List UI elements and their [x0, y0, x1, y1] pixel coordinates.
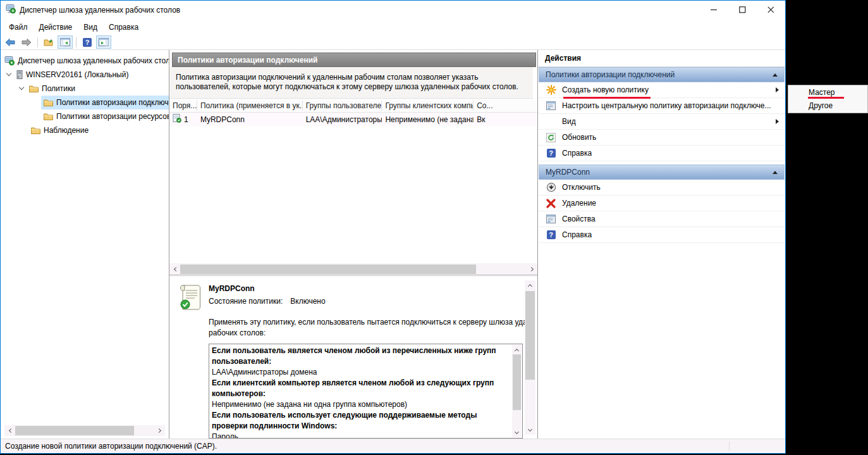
create-policy-submenu: Мастер Другое [788, 85, 868, 113]
maximize-button[interactable] [728, 1, 757, 19]
scroll-up-icon[interactable] [512, 345, 522, 354]
action-help-cap[interactable]: ? Справка [538, 146, 785, 161]
collapse-icon[interactable] [773, 73, 778, 77]
tree-item-cap[interactable]: Политики авторизации подключений [41, 96, 169, 109]
details-pane: MyRDPConn Состояние политики: Включено П… [169, 277, 537, 439]
tree-item-label: Политики авторизации подключений [56, 98, 169, 107]
menu-bar: Файл Действие Вид Справка [1, 19, 785, 35]
submenu-item-wizard[interactable]: Мастер [788, 85, 867, 99]
scroll-left-icon[interactable] [169, 264, 180, 275]
folder-icon [31, 127, 40, 134]
menu-file[interactable]: Файл [3, 20, 34, 34]
scroll-down-icon[interactable] [525, 425, 535, 435]
condition-text: Если пользователь использует следующие п… [212, 410, 511, 432]
submenu-item-label: Мастер [809, 88, 835, 97]
toolbar-separator [76, 37, 76, 47]
action-label: Свойства [562, 215, 779, 223]
scroll-right-icon[interactable] [154, 425, 165, 436]
action-disable[interactable]: Отключить [538, 180, 785, 196]
scrollbar-thumb[interactable] [180, 265, 476, 274]
actions-section-cap-header[interactable]: Политики авторизации подключений [539, 67, 785, 82]
cell-order: 1 [169, 114, 197, 125]
conditions-box: Если пользователь является членом любой … [209, 344, 523, 439]
tree-item-policies[interactable]: Политики [1, 82, 169, 96]
menu-action[interactable]: Действие [34, 20, 78, 34]
cell-order-value: 1 [184, 115, 188, 124]
tree-item-monitoring[interactable]: Наблюдение [1, 123, 169, 137]
column-header-policy[interactable]: Политика (применяется в ук... [197, 101, 303, 111]
toolbar: ? [1, 35, 785, 50]
condition-text: Если пользователь является членом любой … [212, 346, 511, 367]
status-label: Состояние политики: [209, 297, 283, 306]
action-configure-central-policy[interactable]: Настроить центральную политику авторизац… [538, 98, 785, 114]
chevron-down-icon[interactable] [19, 85, 24, 90]
tree-item-server[interactable]: WINSERV20161 (Локальный) [1, 68, 169, 82]
toggle-console-tree-icon[interactable] [58, 35, 73, 49]
forward-arrow-icon[interactable] [19, 35, 34, 49]
results-horizontal-scrollbar[interactable] [169, 263, 537, 275]
action-delete[interactable]: Удаление [538, 196, 785, 211]
help-icon[interactable]: ? [80, 35, 95, 49]
action-view[interactable]: Вид [538, 114, 785, 130]
scroll-down-icon[interactable] [512, 428, 522, 437]
folder-icon [29, 85, 39, 92]
action-help-policy[interactable]: ? Справка [538, 227, 785, 243]
actions-section-policy-header[interactable]: MyRDPConn [539, 165, 785, 180]
action-label: Вид [562, 117, 770, 126]
conditions-scrollbar[interactable] [512, 345, 522, 437]
column-header-user-groups[interactable]: Группы пользователей [303, 101, 382, 111]
column-header-computer-groups[interactable]: Группы клиентских компьют... [382, 101, 474, 111]
chevron-down-icon[interactable] [6, 71, 11, 76]
scroll-right-icon[interactable] [527, 264, 537, 275]
action-label: Создать новую политику [562, 85, 770, 94]
tree-item-rap[interactable]: Политики авторизации ресурсов [1, 109, 169, 123]
action-label: Обновить [562, 133, 779, 142]
scrollbar-thumb[interactable] [15, 426, 134, 435]
help-icon: ? [546, 149, 556, 158]
table-row[interactable]: 1 MyRDPConn LAA\Администраторы домена Не… [169, 113, 537, 126]
action-create-new-policy[interactable]: Создать новую политику [538, 82, 785, 98]
back-arrow-icon[interactable] [3, 35, 18, 49]
actions-panel: Действия Политики авторизации подключени… [538, 50, 785, 439]
status-value: Включено [290, 297, 325, 306]
section-header-label: MyRDPConn [546, 168, 773, 177]
close-button[interactable] [757, 1, 785, 19]
tree-horizontal-scrollbar[interactable] [4, 425, 165, 436]
annotation-underline [563, 97, 651, 99]
server-icon [16, 70, 23, 79]
gateway-manager-icon [4, 56, 15, 66]
menu-help[interactable]: Справка [103, 20, 144, 34]
submenu-item-custom[interactable]: Другое [788, 99, 867, 112]
menu-view[interactable]: Вид [78, 20, 103, 34]
action-properties[interactable]: Свойства [538, 211, 785, 227]
cell-state: Вк [474, 115, 537, 124]
actions-title: Действия [538, 50, 785, 67]
details-scrollbar[interactable] [525, 280, 535, 435]
action-label: Настроить центральную политику авторизац… [562, 101, 779, 110]
scroll-check-icon [179, 284, 203, 313]
action-label: Отключить [562, 183, 779, 192]
section-header-label: Политики авторизации подключений [546, 70, 773, 79]
cell-computer-groups: Неприменимо (не задана ни ... [382, 115, 474, 124]
scrollbar-thumb[interactable] [525, 291, 535, 380]
scrollbar-thumb[interactable] [513, 354, 521, 410]
tree-item-root[interactable]: Диспетчер шлюза удаленных рабочих стол [1, 54, 169, 68]
column-header-state[interactable]: Со... [474, 101, 537, 111]
window-title: Диспетчер шлюза удаленных рабочих столов [20, 6, 700, 15]
minimize-button[interactable] [700, 1, 728, 19]
scroll-up-icon[interactable] [525, 280, 535, 290]
folder-up-icon[interactable] [41, 35, 56, 49]
cell-user-groups: LAA\Администраторы домена [303, 115, 382, 124]
submenu-item-label: Другое [809, 101, 833, 110]
results-header: Политики авторизации подключений [172, 53, 536, 67]
tree-item-label: Диспетчер шлюза удаленных рабочих стол [18, 56, 169, 65]
toggle-action-pane-icon[interactable] [96, 35, 111, 49]
properties-window-icon [546, 215, 556, 223]
results-header-label: Политики авторизации подключений [178, 56, 317, 65]
scroll-left-icon[interactable] [4, 425, 15, 436]
column-header-order[interactable]: Поря... [169, 101, 197, 111]
collapse-icon[interactable] [773, 171, 778, 174]
cell-policy: MyRDPConn [197, 115, 303, 124]
apply-policy-line2: рабочих столов: [209, 328, 525, 339]
action-refresh[interactable]: Обновить [538, 130, 785, 146]
